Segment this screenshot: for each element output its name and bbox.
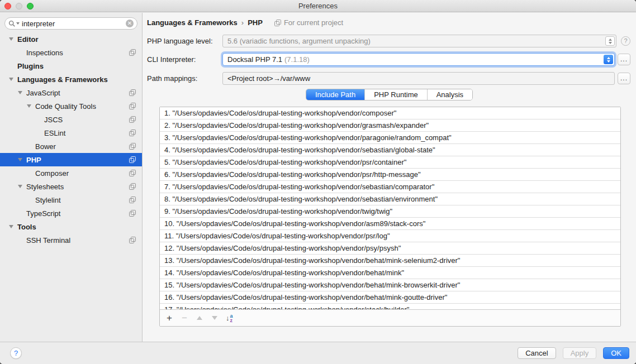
include-path-row[interactable]: 7. "/Users/opdavies/Code/os/drupal-testi… xyxy=(160,181,620,193)
sidebar-item-stylesheets[interactable]: Stylesheets xyxy=(0,180,142,193)
remove-path-icon: − xyxy=(181,314,188,323)
include-path-row[interactable]: 5. "/Users/opdavies/Code/os/drupal-testi… xyxy=(160,156,620,169)
sidebar-item-label: Stylelint xyxy=(35,196,61,204)
include-path-row[interactable]: 10. "/Users/opdavies/Code/os/drupal-test… xyxy=(160,218,620,230)
chevron-down-icon[interactable] xyxy=(18,185,26,188)
sidebar-item-label: Plugins xyxy=(17,62,44,70)
cli-interpreter-version: (7.1.18) xyxy=(284,55,310,64)
dialog-footer: ? Cancel Apply OK xyxy=(0,342,636,364)
chevron-down-icon[interactable] xyxy=(9,78,17,81)
ok-button[interactable]: OK xyxy=(603,347,629,359)
include-path-row[interactable]: 4. "/Users/opdavies/Code/os/drupal-testi… xyxy=(160,144,620,156)
sidebar-item-label: Composer xyxy=(35,169,69,178)
move-up-icon xyxy=(196,314,203,323)
chevron-down-icon[interactable] xyxy=(9,225,17,228)
per-project-settings-icon xyxy=(129,103,136,111)
traffic-lights xyxy=(4,3,34,9)
sidebar-item-stylelint[interactable]: Stylelint xyxy=(0,193,142,207)
sidebar-item-label: JavaScript xyxy=(26,89,60,97)
search-options-chevron-icon[interactable] xyxy=(16,22,20,25)
minimize-icon xyxy=(16,3,22,9)
per-project-settings-icon xyxy=(129,49,136,58)
sidebar-item-plugins[interactable]: Plugins xyxy=(0,59,142,73)
include-path-row[interactable]: 13. "/Users/opdavies/Code/os/drupal-test… xyxy=(160,255,620,267)
breadcrumb-parent[interactable]: Languages & Frameworks xyxy=(147,18,238,27)
include-path-row[interactable]: 3. "/Users/opdavies/Code/os/drupal-testi… xyxy=(160,132,620,144)
per-project-settings-icon xyxy=(129,183,136,191)
per-project-settings-icon xyxy=(129,156,136,165)
per-project-settings-icon xyxy=(129,143,136,151)
path-mappings-field[interactable]: <Project root>→/var/www xyxy=(222,72,615,85)
scope-indicator: For current project xyxy=(274,18,343,27)
help-icon[interactable]: ? xyxy=(621,36,630,46)
breadcrumb: Languages & Frameworks › PHP For current… xyxy=(147,18,343,27)
add-path-icon[interactable]: + xyxy=(165,314,173,323)
sidebar-item-languages-frameworks[interactable]: Languages & Frameworks xyxy=(0,73,142,86)
cli-interpreter-label: CLI Interpreter: xyxy=(147,55,222,64)
include-path-row[interactable]: 15. "/Users/opdavies/Code/os/drupal-test… xyxy=(160,279,620,291)
sidebar-item-code-quality-tools[interactable]: Code Quality Tools xyxy=(0,99,142,113)
per-project-settings-icon xyxy=(274,20,281,26)
stepper-icon[interactable] xyxy=(604,55,613,64)
close-icon[interactable] xyxy=(4,3,11,9)
language-level-select[interactable]: 5.6 (variadic functions, argument unpack… xyxy=(222,35,616,47)
php-settings-tabs: Include PathPHP RuntimeAnalysis xyxy=(143,89,636,100)
include-path-list[interactable]: 1. "/Users/opdavies/Code/os/drupal-testi… xyxy=(160,107,620,310)
breadcrumb-separator: › xyxy=(241,18,244,27)
include-path-row[interactable]: 12. "/Users/opdavies/Code/os/drupal-test… xyxy=(160,242,620,255)
per-project-settings-icon xyxy=(129,170,136,178)
include-path-row[interactable]: 11. "/Users/opdavies/Code/os/drupal-test… xyxy=(160,230,620,242)
sidebar-item-ssh-terminal[interactable]: SSH Terminal xyxy=(0,233,142,247)
chevron-down-icon[interactable] xyxy=(9,37,17,41)
zoom-icon[interactable] xyxy=(27,3,34,9)
tab-analysis[interactable]: Analysis xyxy=(427,89,472,100)
sidebar-item-label: Stylesheets xyxy=(26,183,64,191)
include-path-row[interactable]: 2. "/Users/opdavies/Code/os/drupal-testi… xyxy=(160,119,620,132)
sort-alphabetically-icon[interactable]: ↓ a z xyxy=(226,314,233,323)
window-title: Preferences xyxy=(298,2,338,10)
preferences-window: Preferences ✕ Editor Inspections Plugi xyxy=(0,0,636,364)
chevron-down-icon[interactable] xyxy=(27,104,35,108)
help-button[interactable]: ? xyxy=(10,347,22,359)
sidebar-item-typescript[interactable]: TypeScript xyxy=(0,207,142,220)
sidebar-item-eslint[interactable]: ESLint xyxy=(0,126,142,140)
include-path-row[interactable]: 17. "/Users/opdavies/Code/os/drupal-test… xyxy=(160,304,620,310)
language-level-value: 5.6 (variadic functions, argument unpack… xyxy=(227,37,371,45)
sidebar-item-composer[interactable]: Composer xyxy=(0,166,142,180)
window-titlebar: Preferences xyxy=(0,0,636,12)
tab-php-runtime[interactable]: PHP Runtime xyxy=(364,89,427,100)
sidebar-item-bower[interactable]: Bower xyxy=(0,140,142,153)
include-path-row[interactable]: 14. "/Users/opdavies/Code/os/drupal-test… xyxy=(160,267,620,279)
sidebar-item-inspections[interactable]: Inspections xyxy=(0,46,142,59)
sidebar-item-php[interactable]: PHP xyxy=(0,153,142,166)
settings-search-box[interactable]: ✕ xyxy=(4,17,137,30)
cli-interpreter-select[interactable]: Docksal PHP 7.1 (7.1.18) xyxy=(222,53,615,66)
sidebar-item-label: JSCS xyxy=(44,116,63,124)
chevron-down-icon[interactable] xyxy=(18,91,26,94)
include-path-row[interactable]: 8. "/Users/opdavies/Code/os/drupal-testi… xyxy=(160,193,620,205)
language-level-label: PHP language level: xyxy=(147,37,222,45)
settings-sidebar: ✕ Editor Inspections Plugins Languages &… xyxy=(0,13,143,342)
include-path-row[interactable]: 16. "/Users/opdavies/Code/os/drupal-test… xyxy=(160,291,620,304)
include-path-row[interactable]: 9. "/Users/opdavies/Code/os/drupal-testi… xyxy=(160,205,620,218)
sidebar-item-label: TypeScript xyxy=(26,209,60,218)
apply-button: Apply xyxy=(563,347,597,359)
search-input[interactable] xyxy=(22,20,126,28)
tab-include-path[interactable]: Include Path xyxy=(306,89,364,100)
cancel-button[interactable]: Cancel xyxy=(518,347,556,359)
sidebar-item-jscs[interactable]: JSCS xyxy=(0,113,142,126)
per-project-settings-icon xyxy=(129,130,136,138)
path-mappings-browse-button[interactable]: ... xyxy=(618,73,630,84)
include-path-row[interactable]: 6. "/Users/opdavies/Code/os/drupal-testi… xyxy=(160,169,620,181)
clear-search-icon[interactable]: ✕ xyxy=(126,20,134,27)
include-path-row[interactable]: 1. "/Users/opdavies/Code/os/drupal-testi… xyxy=(160,107,620,119)
cli-interpreter-browse-button[interactable]: ... xyxy=(618,54,630,65)
sidebar-item-label: SSH Terminal xyxy=(26,236,70,245)
per-project-settings-icon xyxy=(129,89,136,98)
tab-bar: Include PathPHP RuntimeAnalysis xyxy=(306,89,473,100)
per-project-settings-icon xyxy=(129,210,136,218)
sidebar-item-tools[interactable]: Tools xyxy=(0,220,142,233)
sidebar-item-editor[interactable]: Editor xyxy=(0,32,142,46)
sidebar-item-javascript[interactable]: JavaScript xyxy=(0,86,142,99)
chevron-down-icon[interactable] xyxy=(18,158,26,161)
